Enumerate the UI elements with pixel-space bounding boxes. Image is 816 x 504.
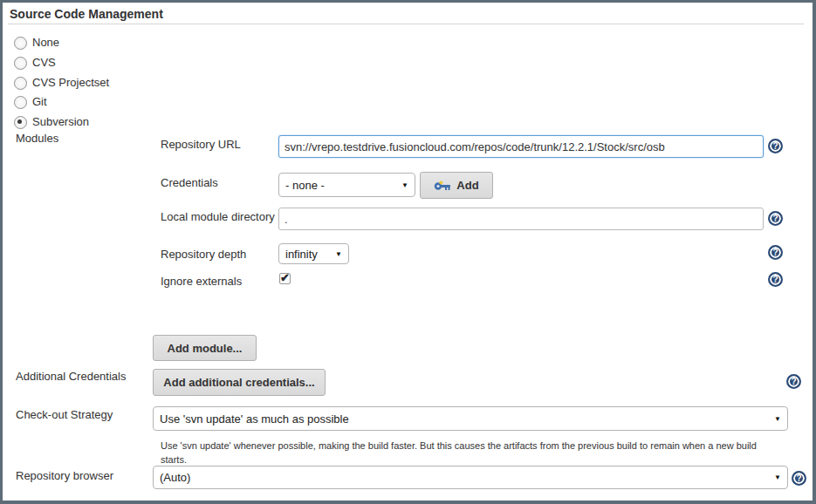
repository-browser-label: Repository browser xyxy=(16,469,113,483)
add-additional-credentials-button-label: Add additional credentials... xyxy=(163,376,314,389)
header-divider xyxy=(8,24,804,24)
credentials-select-value: - none - xyxy=(285,179,325,192)
page-title: Source Code Management xyxy=(10,7,163,21)
additional-credentials-help-icon[interactable]: ? xyxy=(786,374,801,389)
add-module-button-label: Add module... xyxy=(168,342,243,355)
add-additional-credentials-button[interactable]: Add additional credentials... xyxy=(153,369,326,396)
checkout-strategy-description: Use 'svn update' whenever possible, maki… xyxy=(161,439,771,467)
ignore-externals-help-icon[interactable]: ? xyxy=(768,272,783,287)
checkout-strategy-select[interactable]: Use 'svn update' as much as possible ▼ xyxy=(153,406,788,431)
repository-url-help-icon[interactable]: ? xyxy=(768,139,783,153)
checkmark-icon: ✔ xyxy=(280,271,290,284)
add-credentials-button-label: Add xyxy=(456,179,478,192)
add-credentials-button[interactable]: Add xyxy=(420,172,493,199)
key-icon xyxy=(434,180,451,192)
radio-git-label[interactable]: Git xyxy=(32,95,47,109)
radio-cvs[interactable] xyxy=(14,57,27,70)
radio-none[interactable] xyxy=(14,37,27,50)
radio-subversion-label[interactable]: Subversion xyxy=(32,115,89,129)
checkout-strategy-label: Check-out Strategy xyxy=(16,408,113,422)
repository-url-input[interactable] xyxy=(278,135,764,158)
radio-cvs-projectset[interactable] xyxy=(14,77,27,90)
radio-cvs-projectset-label[interactable]: CVS Projectset xyxy=(32,76,109,90)
repository-depth-select[interactable]: infinity ▼ xyxy=(278,243,349,264)
radio-cvs-label[interactable]: CVS xyxy=(32,56,56,70)
chevron-down-icon: ▼ xyxy=(774,415,781,423)
additional-credentials-label: Additional Credentials xyxy=(16,370,126,384)
modules-section-label: Modules xyxy=(16,132,58,146)
repository-depth-label: Repository depth xyxy=(161,248,246,262)
radio-none-label[interactable]: None xyxy=(32,36,59,50)
repository-browser-help-icon[interactable]: ? xyxy=(792,471,806,486)
chevron-down-icon: ▼ xyxy=(774,473,781,481)
radio-git[interactable] xyxy=(14,96,27,109)
chevron-down-icon: ▼ xyxy=(401,181,408,189)
credentials-select[interactable]: - none - ▼ xyxy=(278,173,415,197)
checkout-strategy-select-value: Use 'svn update' as much as possible xyxy=(160,412,349,426)
ignore-externals-checkbox[interactable]: ✔ xyxy=(279,273,291,284)
ignore-externals-label: Ignore externals xyxy=(161,275,242,289)
repository-browser-select[interactable]: (Auto) ▼ xyxy=(153,466,788,489)
chevron-down-icon: ▼ xyxy=(335,250,342,258)
repository-depth-select-value: infinity xyxy=(285,248,318,261)
repository-url-label: Repository URL xyxy=(161,138,241,152)
local-module-directory-label: Local module directory xyxy=(161,210,275,224)
repository-browser-select-value: (Auto) xyxy=(160,471,190,484)
add-module-button[interactable]: Add module... xyxy=(153,335,257,361)
credentials-label: Credentials xyxy=(161,176,218,190)
local-module-directory-input[interactable] xyxy=(278,208,764,230)
radio-subversion[interactable] xyxy=(14,116,27,129)
repository-depth-help-icon[interactable]: ? xyxy=(768,245,783,260)
scm-config-panel: Source Code Management None CVS CVS Proj… xyxy=(0,0,816,504)
local-module-directory-help-icon[interactable]: ? xyxy=(768,211,783,226)
